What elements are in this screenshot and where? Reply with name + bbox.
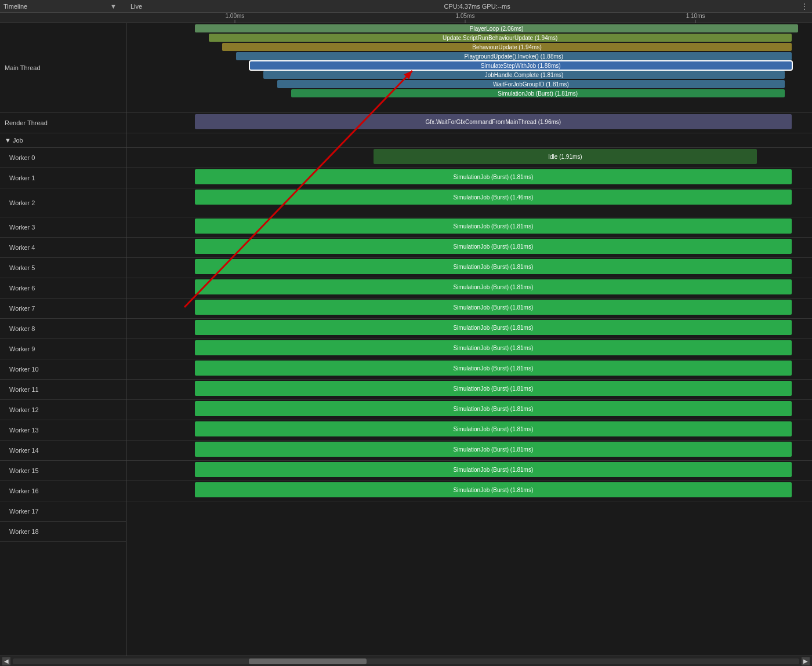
track-bar-13-0[interactable]: SimulationJob (Burst) (1.81ms) bbox=[195, 361, 791, 376]
sidebar-row-19: Worker 16 bbox=[0, 481, 126, 501]
sidebar-row-3: Worker 0 bbox=[0, 148, 126, 168]
track-row-12: SimulationJob (Burst) (1.81ms) bbox=[126, 339, 812, 359]
track-bar-5-0[interactable]: SimulationJob (Burst) (1.46ms) bbox=[195, 190, 791, 205]
track-row-11: SimulationJob (Burst) (1.81ms) bbox=[126, 319, 812, 339]
track-bar-0-2[interactable]: BehaviourUpdate (1.94ms) bbox=[222, 43, 791, 51]
track-row-14: SimulationJob (Burst) (1.81ms) bbox=[126, 380, 812, 400]
ruler-tick-line bbox=[695, 20, 696, 23]
scroll-left-button[interactable]: ◀ bbox=[2, 657, 10, 665]
ruler-tick-label: 1.00ms bbox=[225, 13, 244, 19]
toolbar-dropdown-icon[interactable]: ▼ bbox=[110, 3, 117, 10]
track-bar-8-0[interactable]: SimulationJob (Burst) (1.81ms) bbox=[195, 259, 791, 274]
track-bar-15-0[interactable]: SimulationJob (Burst) (1.81ms) bbox=[195, 401, 791, 416]
track-row-9: SimulationJob (Burst) (1.81ms) bbox=[126, 278, 812, 299]
scroll-right-button[interactable]: ▶ bbox=[802, 657, 810, 665]
sidebar-row-16: Worker 13 bbox=[0, 420, 126, 441]
track-bar-6-0[interactable]: SimulationJob (Burst) (1.81ms) bbox=[195, 219, 791, 234]
tracks-area: PlayerLoop (2.06ms)Update.ScriptRunBehav… bbox=[126, 23, 812, 656]
bottom-scrollbar: ◀ ▶ bbox=[0, 656, 812, 666]
track-bar-0-5[interactable]: JobHandle.Complete (1.81ms) bbox=[263, 71, 784, 79]
track-row-16: SimulationJob (Burst) (1.81ms) bbox=[126, 420, 812, 441]
track-bar-0-7[interactable]: SimulationJob (Burst) (1.81ms) bbox=[291, 89, 785, 97]
ruler: 1.00ms1.05ms1.10ms bbox=[0, 13, 812, 23]
track-bar-7-0[interactable]: SimulationJob (Burst) (1.81ms) bbox=[195, 239, 791, 254]
toolbar-live-label: Live bbox=[130, 3, 142, 10]
ruler-tick-line bbox=[465, 20, 466, 23]
sidebar-row-5: Worker 2 bbox=[0, 188, 126, 217]
toolbar-menu-icon[interactable]: ⋮ bbox=[800, 2, 809, 11]
toolbar-cpu-gpu: CPU:4.37ms GPU:--ms bbox=[154, 3, 800, 10]
sidebar-row-11: Worker 8 bbox=[0, 319, 126, 339]
track-bar-4-0[interactable]: SimulationJob (Burst) (1.81ms) bbox=[195, 169, 791, 184]
track-bar-12-0[interactable]: SimulationJob (Burst) (1.81ms) bbox=[195, 340, 791, 355]
track-row-7: SimulationJob (Burst) (1.81ms) bbox=[126, 238, 812, 258]
track-row-4: SimulationJob (Burst) (1.81ms) bbox=[126, 168, 812, 188]
ruler-ticks: 1.00ms1.05ms1.10ms bbox=[126, 13, 804, 23]
track-bar-18-0[interactable]: SimulationJob (Burst) (1.81ms) bbox=[195, 462, 791, 477]
track-row-10: SimulationJob (Burst) (1.81ms) bbox=[126, 299, 812, 319]
scroll-track[interactable] bbox=[13, 658, 799, 664]
track-row-2 bbox=[126, 133, 812, 148]
track-row-5: SimulationJob (Burst) (1.46ms) bbox=[126, 188, 812, 217]
track-bar-3-0[interactable]: Idle (1.91ms) bbox=[374, 149, 757, 164]
track-bar-14-0[interactable]: SimulationJob (Burst) (1.81ms) bbox=[195, 381, 791, 396]
track-bar-0-1[interactable]: Update.ScriptRunBehaviourUpdate (1.94ms) bbox=[209, 34, 792, 42]
track-row-0: PlayerLoop (2.06ms)Update.ScriptRunBehav… bbox=[126, 23, 812, 113]
sidebar-row-21: Worker 18 bbox=[0, 522, 126, 542]
track-row-17: SimulationJob (Burst) (1.81ms) bbox=[126, 441, 812, 461]
ruler-tick-line bbox=[234, 20, 235, 23]
sidebar-row-4: Worker 1 bbox=[0, 168, 126, 188]
ruler-tick-label: 1.10ms bbox=[686, 13, 705, 19]
sidebar-row-20: Worker 17 bbox=[0, 501, 126, 522]
sidebar: Main ThreadRender Thread▼ JobWorker 0Wor… bbox=[0, 23, 126, 656]
sidebar-row-14: Worker 11 bbox=[0, 380, 126, 400]
sidebar-row-8: Worker 5 bbox=[0, 258, 126, 278]
track-bar-0-4[interactable]: SimulateStepWithJob (1.88ms) bbox=[250, 61, 792, 70]
ruler-tick-label: 1.05ms bbox=[456, 13, 475, 19]
main-content: Main ThreadRender Thread▼ JobWorker 0Wor… bbox=[0, 23, 812, 656]
track-row-8: SimulationJob (Burst) (1.81ms) bbox=[126, 258, 812, 278]
track-row-19: SimulationJob (Burst) (1.81ms) bbox=[126, 481, 812, 501]
toolbar: Timeline ▼ Live CPU:4.37ms GPU:--ms ⋮ bbox=[0, 0, 812, 13]
sidebar-row-15: Worker 12 bbox=[0, 400, 126, 420]
track-bar-19-0[interactable]: SimulationJob (Burst) (1.81ms) bbox=[195, 482, 791, 497]
sidebar-row-10: Worker 7 bbox=[0, 299, 126, 319]
track-bar-11-0[interactable]: SimulationJob (Burst) (1.81ms) bbox=[195, 320, 791, 335]
track-row-6: SimulationJob (Burst) (1.81ms) bbox=[126, 217, 812, 238]
track-row-13: SimulationJob (Burst) (1.81ms) bbox=[126, 359, 812, 380]
track-bar-0-0[interactable]: PlayerLoop (2.06ms) bbox=[195, 24, 798, 32]
track-row-1: Gfx.WaitForGfxCommandFromMainThread (1.9… bbox=[126, 113, 812, 133]
track-bar-10-0[interactable]: SimulationJob (Burst) (1.81ms) bbox=[195, 300, 791, 315]
sidebar-row-9: Worker 6 bbox=[0, 278, 126, 299]
sidebar-row-1: Render Thread bbox=[0, 113, 126, 133]
track-bar-1-0[interactable]: Gfx.WaitForGfxCommandFromMainThread (1.9… bbox=[195, 114, 791, 129]
sidebar-row-2: ▼ Job bbox=[0, 133, 126, 148]
sidebar-row-0: Main Thread bbox=[0, 23, 126, 113]
sidebar-row-7: Worker 4 bbox=[0, 238, 126, 258]
track-bar-0-3[interactable]: PlaygroundUpdate().Invoke() (1.88ms) bbox=[236, 52, 791, 60]
track-row-18: SimulationJob (Burst) (1.81ms) bbox=[126, 461, 812, 481]
track-bar-9-0[interactable]: SimulationJob (Burst) (1.81ms) bbox=[195, 279, 791, 294]
sidebar-row-12: Worker 9 bbox=[0, 339, 126, 359]
sidebar-row-6: Worker 3 bbox=[0, 217, 126, 238]
sidebar-row-13: Worker 10 bbox=[0, 359, 126, 380]
toolbar-title: Timeline bbox=[3, 3, 108, 10]
scroll-thumb[interactable] bbox=[249, 658, 367, 664]
track-bar-17-0[interactable]: SimulationJob (Burst) (1.81ms) bbox=[195, 442, 791, 457]
track-row-15: SimulationJob (Burst) (1.81ms) bbox=[126, 400, 812, 420]
track-bar-16-0[interactable]: SimulationJob (Burst) (1.81ms) bbox=[195, 421, 791, 436]
sidebar-row-17: Worker 14 bbox=[0, 441, 126, 461]
track-bar-0-6[interactable]: WaitForJobGroupID (1.81ms) bbox=[277, 80, 785, 88]
sidebar-row-18: Worker 15 bbox=[0, 461, 126, 481]
track-row-3: Idle (1.91ms) bbox=[126, 148, 812, 168]
